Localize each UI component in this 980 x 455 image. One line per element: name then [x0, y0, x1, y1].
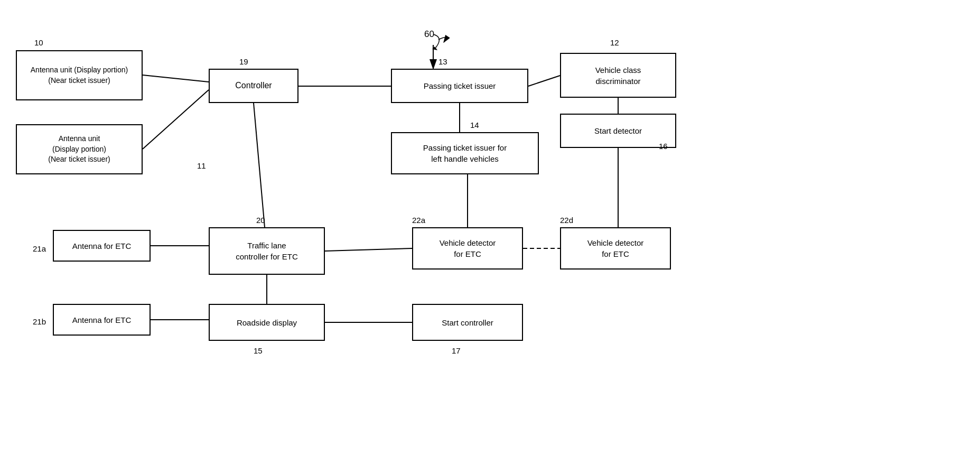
antenna-etc-21b-label: Antenna for ETC: [72, 314, 132, 326]
ref-22d: 22d: [560, 216, 573, 225]
ref-10: 10: [34, 38, 43, 47]
ref-16: 16: [659, 142, 668, 151]
ref-21b: 21b: [33, 317, 46, 326]
start-controller-box: Start controller: [412, 304, 523, 341]
start-controller-label: Start controller: [442, 317, 493, 328]
ref-21a: 21a: [33, 244, 46, 253]
svg-line-4: [528, 76, 560, 86]
antenna-etc-21a-box: Antenna for ETC: [53, 230, 151, 262]
svg-line-9: [325, 248, 412, 251]
passing-ticket-issuer-label: Passing ticket issuer: [424, 80, 496, 91]
ref-14: 14: [470, 120, 479, 129]
vehicle-class-discriminator-label: Vehicle classdiscriminator: [595, 64, 641, 87]
antenna-unit-2-label: Antenna unit(Display portion)(Near ticke…: [48, 134, 110, 165]
ref-11: 11: [197, 161, 206, 170]
ref-15: 15: [254, 346, 263, 355]
antenna-unit-2-box: Antenna unit(Display portion)(Near ticke…: [16, 124, 143, 174]
roadside-display-box: Roadside display: [209, 304, 325, 341]
roadside-display-label: Roadside display: [237, 317, 297, 328]
vehicle-class-discriminator-box: Vehicle classdiscriminator: [560, 53, 676, 98]
controller-label: Controller: [235, 80, 272, 91]
ref-12: 12: [610, 38, 619, 47]
ref-19: 19: [239, 57, 248, 66]
controller-box: Controller: [209, 69, 298, 103]
ref-17: 17: [452, 346, 461, 355]
antenna-unit-1-label: Antenna unit (Display portion) (Near tic…: [21, 65, 137, 86]
ref-22a: 22a: [412, 216, 425, 225]
traffic-lane-controller-box: Traffic lanecontroller for ETC: [209, 227, 325, 275]
svg-marker-18: [432, 47, 437, 50]
passing-ticket-left-box: Passing ticket issuer forleft handle veh…: [391, 132, 539, 174]
antenna-unit-1-box: Antenna unit (Display portion) (Near tic…: [16, 50, 143, 100]
vehicle-detector-22a-label: Vehicle detectorfor ETC: [440, 237, 496, 259]
vehicle-detector-22a-box: Vehicle detectorfor ETC: [412, 227, 523, 270]
svg-line-16: [143, 90, 209, 149]
svg-line-15: [143, 75, 209, 82]
vehicle-detector-22d-label: Vehicle detectorfor ETC: [587, 237, 644, 259]
passing-ticket-left-label: Passing ticket issuer forleft handle veh…: [423, 142, 507, 164]
antenna-etc-21b-box: Antenna for ETC: [53, 304, 151, 336]
ref-13: 13: [438, 57, 447, 66]
vehicle-detector-22d-box: Vehicle detectorfor ETC: [560, 227, 671, 270]
ref-20: 20: [256, 216, 265, 225]
traffic-lane-controller-label: Traffic lanecontroller for ETC: [236, 240, 298, 262]
antenna-etc-21a-label: Antenna for ETC: [72, 240, 132, 252]
ref-60: 60: [424, 29, 434, 40]
passing-ticket-issuer-box: Passing ticket issuer: [391, 69, 528, 103]
start-detector-label: Start detector: [594, 125, 642, 136]
diagram-container: Antenna unit (Display portion) (Near tic…: [0, 0, 980, 455]
